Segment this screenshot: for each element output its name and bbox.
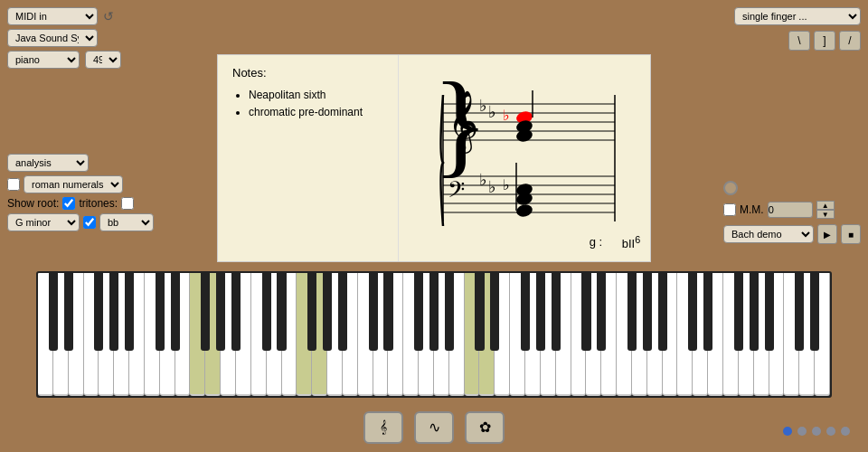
notes-panel: Notes: Neapolitan sixth chromatic pre-do… [218, 55, 399, 261]
white-key[interactable] [84, 273, 99, 396]
mm-spin-up[interactable]: ▲ [816, 201, 835, 210]
white-key[interactable] [754, 273, 769, 396]
show-root-checkbox[interactable] [62, 197, 75, 210]
white-key[interactable] [479, 273, 495, 396]
roman-select[interactable]: roman numerals [24, 175, 123, 193]
piano-wrapper [36, 271, 832, 398]
white-key[interactable] [175, 273, 191, 396]
white-key[interactable] [465, 273, 480, 396]
white-key[interactable] [541, 273, 556, 396]
stop-button[interactable]: ■ [841, 224, 861, 244]
mm-input[interactable] [768, 202, 813, 218]
dot-2[interactable] [797, 427, 807, 436]
white-key[interactable] [53, 273, 69, 396]
music-notation: } 𝄞 𝄢 ♭ ♭ ♭ ♭ ♭ ♭ [399, 55, 650, 261]
white-key[interactable] [693, 273, 708, 396]
white-key[interactable] [160, 273, 175, 396]
key-checkbox[interactable] [83, 216, 96, 229]
show-root-row: Show root: tritones: [7, 197, 154, 210]
slash-bracket-button[interactable]: ] [814, 31, 835, 51]
white-key[interactable] [205, 273, 221, 396]
white-key[interactable] [312, 273, 327, 396]
white-key[interactable] [114, 273, 129, 396]
mm-spin-down[interactable]: ▼ [816, 210, 835, 219]
white-key[interactable] [419, 273, 434, 396]
dot-3[interactable] [812, 427, 821, 436]
white-key[interactable] [267, 273, 282, 396]
white-key[interactable] [236, 273, 251, 396]
white-key[interactable] [510, 273, 525, 396]
white-key[interactable] [434, 273, 449, 396]
midi-select[interactable]: MIDI in Virtual MIDI [7, 7, 98, 25]
white-key[interactable] [632, 273, 647, 396]
white-key[interactable] [388, 273, 403, 396]
white-key[interactable] [586, 273, 601, 396]
mm-row: M.M. ▲ ▼ [723, 201, 835, 219]
white-key[interactable] [617, 273, 632, 396]
dot-1[interactable] [783, 427, 792, 436]
status-circle [723, 181, 738, 195]
white-key[interactable] [327, 273, 343, 396]
white-key[interactable] [38, 273, 53, 396]
settings-button[interactable]: ✿ [465, 411, 505, 444]
bb-select[interactable]: bb b # [99, 213, 154, 231]
white-key[interactable] [799, 273, 815, 396]
slash-backslash-button[interactable]: \ [788, 31, 810, 51]
white-key[interactable] [647, 273, 663, 396]
white-key[interactable] [358, 273, 373, 396]
slash-forward-button[interactable]: / [839, 31, 861, 51]
white-key[interactable] [556, 273, 571, 396]
dot-4[interactable] [826, 427, 835, 436]
finger-mode-select[interactable]: single finger ... chord mode [734, 7, 861, 25]
white-key[interactable] [343, 273, 358, 396]
tritones-checkbox[interactable] [121, 197, 134, 210]
demo-select[interactable]: Bach demo Mozart demo [723, 225, 814, 243]
play-button[interactable]: ▶ [817, 224, 837, 244]
white-key[interactable] [708, 273, 723, 396]
white-key[interactable] [99, 273, 114, 396]
white-key[interactable] [723, 273, 739, 396]
white-key[interactable] [449, 273, 465, 396]
white-key[interactable] [251, 273, 267, 396]
white-key[interactable] [221, 273, 236, 396]
svg-text:♭: ♭ [479, 171, 486, 189]
instrument-select[interactable]: piano [7, 51, 80, 69]
white-key[interactable] [297, 273, 312, 396]
score-area: Notes: Neapolitan sixth chromatic pre-do… [217, 54, 651, 262]
white-key[interactable] [739, 273, 754, 396]
roman-checkbox[interactable] [7, 178, 20, 191]
white-key[interactable] [373, 273, 389, 396]
sound-select[interactable]: Java Sound Sy... [7, 29, 98, 47]
white-key[interactable] [677, 273, 693, 396]
mm-checkbox[interactable] [723, 203, 736, 216]
key-select[interactable]: G minor C major [7, 213, 80, 231]
roman-row: roman numerals [7, 175, 154, 193]
white-key[interactable] [769, 273, 785, 396]
white-key[interactable] [663, 273, 678, 396]
white-key[interactable] [69, 273, 84, 396]
white-key[interactable] [145, 273, 160, 396]
white-key[interactable] [282, 273, 297, 396]
mm-label: M.M. [740, 203, 764, 216]
staff-svg: } 𝄞 𝄢 ♭ ♭ ♭ ♭ ♭ ♭ [416, 68, 633, 249]
dot-5[interactable] [841, 427, 850, 436]
sound-row: Java Sound Sy... [7, 29, 121, 47]
wave-button[interactable]: ∿ [414, 411, 454, 444]
refresh-button[interactable]: ↺ [103, 9, 114, 24]
white-key[interactable] [190, 273, 205, 396]
bottom-bar: 𝄞 ∿ ✿ [0, 402, 868, 452]
white-key[interactable] [601, 273, 617, 396]
mm-spinner: ▲ ▼ [816, 201, 835, 219]
svg-text:𝄢: 𝄢 [448, 177, 465, 207]
white-key[interactable] [525, 273, 541, 396]
white-key[interactable] [495, 273, 510, 396]
octave-select[interactable]: 49 48 50 [85, 51, 121, 69]
white-key[interactable] [571, 273, 587, 396]
white-key[interactable] [784, 273, 799, 396]
white-key[interactable] [129, 273, 145, 396]
analysis-select[interactable]: analysis none [7, 154, 89, 172]
white-key[interactable] [815, 273, 830, 396]
white-key[interactable] [403, 273, 419, 396]
pagination-dots [783, 427, 850, 436]
record-button[interactable]: 𝄞 [363, 411, 403, 444]
